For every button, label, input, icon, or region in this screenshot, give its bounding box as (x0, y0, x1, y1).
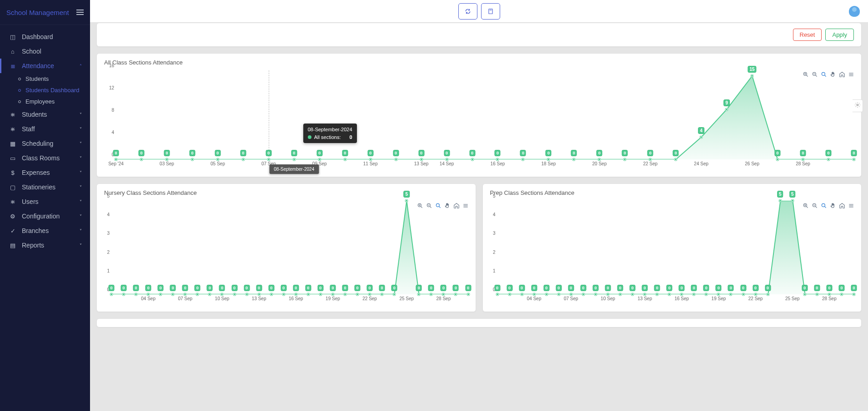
zoom-out-icon[interactable] (811, 202, 818, 209)
sidebar-item-class-rooms[interactable]: ▭Class Rooms˅ (0, 151, 90, 165)
data-label: 0 (826, 285, 832, 291)
sidebar-item-reports[interactable]: ▤Reports˅ (0, 238, 90, 253)
sidebar-item-dashboard[interactable]: ◫Dashboard (0, 30, 90, 44)
calculator-button[interactable] (481, 3, 500, 20)
plot-area[interactable] (116, 70, 854, 159)
plot-area[interactable] (111, 201, 468, 294)
data-label: 0 (207, 285, 213, 291)
chevron-down-icon: ˅ (80, 185, 82, 190)
data-label: 0 (164, 150, 170, 156)
data-label: 0 (108, 285, 114, 291)
x-tick: 20 Sep (592, 161, 607, 166)
sidebar-item-label: Users (22, 198, 39, 205)
sidebar-subitem-students[interactable]: Students (14, 73, 90, 84)
sidebar-item-users[interactable]: ⛯Users˅ (0, 194, 90, 209)
card-all-sections: All Class Sections Attendance 0481216000… (96, 53, 862, 177)
avatar[interactable] (849, 6, 860, 17)
sidebar-item-stationeries[interactable]: ▢Stationeries˅ (0, 180, 90, 194)
chevron-down-icon: ˅ (80, 199, 82, 204)
y-tick: 1 (107, 268, 110, 273)
data-point[interactable]: 15 (751, 74, 753, 77)
data-label: 0 (293, 285, 299, 291)
data-label: 0 (330, 285, 336, 291)
series-dot-icon (308, 135, 311, 139)
home-icon[interactable] (453, 202, 460, 209)
data-label: 0 (367, 285, 373, 291)
menu-icon[interactable] (848, 202, 855, 209)
y-tick: 5 (107, 193, 110, 198)
data-label: 0 (495, 150, 501, 156)
zoom-in-icon[interactable] (802, 71, 809, 78)
data-point[interactable]: 9 (725, 108, 728, 111)
data-label: 0 (654, 285, 660, 291)
zoom-in-icon[interactable] (416, 202, 424, 209)
sidebar-subitem-students-dashboard[interactable]: Students Dashboard (14, 84, 90, 96)
content: Reset Apply All Class Sections Attendanc… (90, 23, 868, 334)
svg-point-28 (436, 203, 439, 207)
sidebar-item-students[interactable]: ⛯Students˅ (0, 107, 90, 122)
chart-toolbar (802, 71, 855, 78)
sidebar-item-branches[interactable]: ✓Branches˅ (0, 223, 90, 238)
pan-icon[interactable] (829, 202, 837, 209)
sidebar-item-school[interactable]: ⌂School (0, 44, 90, 59)
pan-icon[interactable] (829, 71, 837, 78)
home-icon[interactable] (838, 202, 846, 209)
zoom-out-icon[interactable] (811, 71, 818, 78)
data-label: 0 (416, 285, 422, 291)
chart-prep[interactable]: 01234500000000000000000000000550000004 S… (497, 201, 854, 305)
gear-icon: ⚙ (8, 213, 17, 220)
calendar-icon: ▦ (8, 140, 17, 147)
pan-icon[interactable] (444, 202, 451, 209)
users-icon: ⛯ (8, 111, 17, 118)
sidebar-item-configuration[interactable]: ⚙Configuration˅ (0, 209, 90, 223)
data-label: 0 (240, 150, 246, 156)
select-zoom-icon[interactable] (820, 202, 828, 209)
plot-area[interactable] (497, 201, 854, 294)
sidebar-item-scheduling[interactable]: ▦Scheduling˅ (0, 136, 90, 151)
zoom-out-icon[interactable] (426, 202, 433, 209)
tooltip-title: 08-September-2024 (308, 127, 352, 132)
data-point[interactable]: 5 (791, 199, 794, 202)
data-point[interactable]: 4 (700, 136, 702, 139)
chart-row-main: All Class Sections Attendance 0481216000… (96, 53, 862, 177)
data-label: 0 (605, 285, 611, 291)
zoom-in-icon[interactable] (802, 202, 809, 209)
chart-all-sections[interactable]: 04812160000000000000000000000049150000Se… (116, 70, 854, 170)
apply-button[interactable]: Apply (825, 29, 854, 41)
sidebar-item-label: Scheduling (22, 140, 53, 147)
hamburger-icon[interactable] (76, 8, 84, 16)
menu-icon[interactable] (462, 202, 469, 209)
chevron-down-icon: ˅ (80, 170, 82, 175)
data-label: 0 (189, 150, 195, 156)
sidebar-item-attendance[interactable]: ≣Attendance˄ (0, 59, 90, 73)
sidebar-item-label: Reports (22, 242, 44, 249)
bullet-icon (18, 89, 21, 92)
x-tick: 11 Sep (363, 161, 378, 166)
x-tick: 22 Sep (643, 161, 657, 166)
chevron-down-icon: ˅ (80, 243, 82, 248)
data-label: 0 (630, 285, 636, 291)
refresh-button[interactable] (458, 3, 477, 20)
sidebar-subitem-employees[interactable]: Employees (14, 96, 90, 107)
users2-icon: ⛯ (8, 198, 17, 205)
settings-gear-icon[interactable] (853, 99, 863, 112)
menu-icon[interactable] (848, 71, 855, 78)
data-label: 0 (520, 150, 526, 156)
sidebar-item-label: Branches (22, 227, 49, 234)
x-tick: 16 Sep (674, 296, 689, 301)
nav: ◫Dashboard⌂School≣Attendance˄StudentsStu… (0, 25, 90, 253)
sidebar-item-expenses[interactable]: $Expenses˅ (0, 165, 90, 180)
data-point[interactable]: 5 (779, 199, 782, 202)
home-icon[interactable] (838, 71, 846, 78)
sidebar-item-label: Dashboard (22, 33, 53, 40)
select-zoom-icon[interactable] (820, 71, 828, 78)
data-point[interactable]: 5 (405, 199, 408, 202)
sidebar-header: School Management (0, 0, 90, 25)
x-tick: 18 Sep (542, 161, 556, 166)
select-zoom-icon[interactable] (435, 202, 442, 209)
x-tick: 16 Sep (491, 161, 505, 166)
reset-button[interactable]: Reset (793, 29, 822, 41)
brand[interactable]: School Management (6, 9, 69, 16)
sidebar-item-staff[interactable]: ⛯Staff˅ (0, 122, 90, 136)
chart-nursery[interactable]: 01234500000000000000000000000050000004 S… (111, 201, 468, 305)
